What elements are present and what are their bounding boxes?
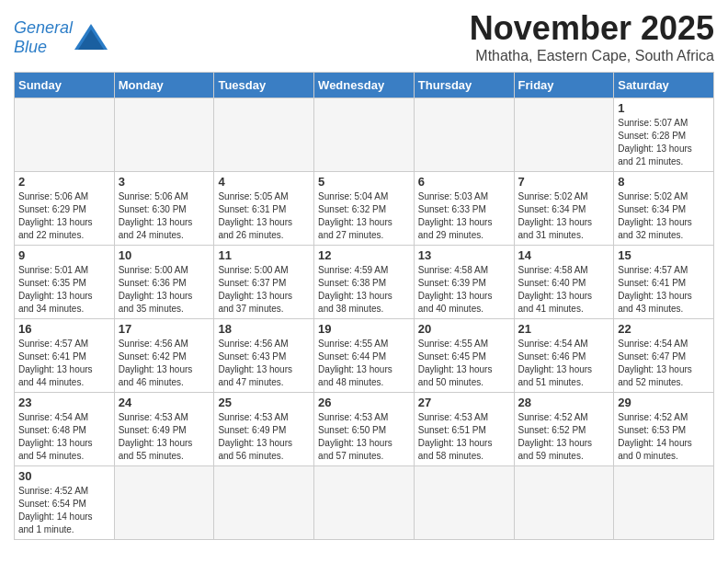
day-info: Sunrise: 5:06 AM Sunset: 6:30 PM Dayligh… <box>119 190 210 242</box>
day-info: Sunrise: 4:54 AM Sunset: 6:48 PM Dayligh… <box>18 411 110 463</box>
calendar-cell: 7Sunrise: 5:02 AM Sunset: 6:34 PM Daylig… <box>514 172 614 246</box>
calendar-cell: 16Sunrise: 4:57 AM Sunset: 6:41 PM Dayli… <box>15 319 115 393</box>
day-number: 3 <box>119 175 210 189</box>
calendar-week-row: 2Sunrise: 5:06 AM Sunset: 6:29 PM Daylig… <box>15 172 714 246</box>
day-number: 15 <box>618 248 710 262</box>
day-info: Sunrise: 5:07 AM Sunset: 6:28 PM Dayligh… <box>618 117 710 168</box>
day-number: 30 <box>18 469 110 483</box>
day-number: 26 <box>318 396 410 409</box>
calendar-cell: 6Sunrise: 5:03 AM Sunset: 6:33 PM Daylig… <box>414 172 514 246</box>
calendar-cell <box>214 98 314 172</box>
day-number: 25 <box>218 396 310 409</box>
calendar-cell <box>314 466 415 540</box>
day-info: Sunrise: 5:05 AM Sunset: 6:31 PM Dayligh… <box>218 190 310 242</box>
day-info: Sunrise: 4:59 AM Sunset: 6:38 PM Dayligh… <box>318 264 410 316</box>
day-number: 27 <box>418 396 510 409</box>
weekday-header-tuesday: Tuesday <box>214 73 314 98</box>
calendar-cell: 14Sunrise: 4:58 AM Sunset: 6:40 PM Dayli… <box>514 246 614 319</box>
day-info: Sunrise: 5:06 AM Sunset: 6:29 PM Dayligh… <box>18 190 110 242</box>
day-info: Sunrise: 4:52 AM Sunset: 6:54 PM Dayligh… <box>18 485 110 536</box>
day-number: 28 <box>518 396 610 409</box>
calendar-cell: 26Sunrise: 4:53 AM Sunset: 6:50 PM Dayli… <box>314 393 415 466</box>
day-number: 4 <box>218 175 310 189</box>
calendar-cell <box>614 466 714 540</box>
calendar-cell: 2Sunrise: 5:06 AM Sunset: 6:29 PM Daylig… <box>15 172 115 246</box>
weekday-header-thursday: Thursday <box>414 73 514 98</box>
day-info: Sunrise: 5:03 AM Sunset: 6:33 PM Dayligh… <box>418 190 510 242</box>
day-info: Sunrise: 5:04 AM Sunset: 6:32 PM Dayligh… <box>318 190 410 242</box>
day-number: 19 <box>318 322 410 336</box>
weekday-header-wednesday: Wednesday <box>314 73 415 98</box>
day-number: 12 <box>318 248 410 262</box>
calendar-cell: 18Sunrise: 4:56 AM Sunset: 6:43 PM Dayli… <box>214 319 314 393</box>
logo-blue: Blue <box>14 38 47 56</box>
day-info: Sunrise: 5:00 AM Sunset: 6:36 PM Dayligh… <box>119 264 210 316</box>
weekday-header-friday: Friday <box>514 73 614 98</box>
day-info: Sunrise: 4:54 AM Sunset: 6:46 PM Dayligh… <box>518 338 610 389</box>
day-info: Sunrise: 4:53 AM Sunset: 6:51 PM Dayligh… <box>418 411 510 463</box>
day-info: Sunrise: 4:53 AM Sunset: 6:49 PM Dayligh… <box>218 411 310 463</box>
day-number: 13 <box>418 248 510 262</box>
day-info: Sunrise: 4:57 AM Sunset: 6:41 PM Dayligh… <box>18 338 110 389</box>
month-title: November 2025 <box>470 9 714 48</box>
day-number: 20 <box>418 322 510 336</box>
day-info: Sunrise: 5:02 AM Sunset: 6:34 PM Dayligh… <box>518 190 610 242</box>
logo-text: General <box>14 18 73 37</box>
day-number: 2 <box>18 175 110 189</box>
calendar-cell: 11Sunrise: 5:00 AM Sunset: 6:37 PM Dayli… <box>214 246 314 319</box>
calendar-week-row: 16Sunrise: 4:57 AM Sunset: 6:41 PM Dayli… <box>15 319 714 393</box>
calendar-cell <box>314 98 415 172</box>
calendar-cell <box>15 98 115 172</box>
day-number: 17 <box>119 322 210 336</box>
day-info: Sunrise: 4:56 AM Sunset: 6:42 PM Dayligh… <box>119 338 210 389</box>
calendar-cell: 10Sunrise: 5:00 AM Sunset: 6:36 PM Dayli… <box>114 246 214 319</box>
calendar-cell: 20Sunrise: 4:55 AM Sunset: 6:45 PM Dayli… <box>414 319 514 393</box>
day-number: 6 <box>418 175 510 189</box>
page-header: General Blue November 2025 Mthatha, East… <box>14 9 714 64</box>
day-number: 16 <box>18 322 110 336</box>
day-number: 11 <box>218 248 310 262</box>
logo-icon <box>74 24 108 50</box>
title-section: November 2025 Mthatha, Eastern Cape, Sou… <box>470 9 714 64</box>
day-number: 8 <box>618 175 710 189</box>
day-info: Sunrise: 4:57 AM Sunset: 6:41 PM Dayligh… <box>618 264 710 316</box>
location-title: Mthatha, Eastern Cape, South Africa <box>470 48 714 64</box>
weekday-header-saturday: Saturday <box>614 73 714 98</box>
calendar-table: SundayMondayTuesdayWednesdayThursdayFrid… <box>14 72 714 540</box>
calendar-cell: 12Sunrise: 4:59 AM Sunset: 6:38 PM Dayli… <box>314 246 415 319</box>
calendar-cell: 8Sunrise: 5:02 AM Sunset: 6:34 PM Daylig… <box>614 172 714 246</box>
day-number: 9 <box>18 248 110 262</box>
day-info: Sunrise: 4:52 AM Sunset: 6:53 PM Dayligh… <box>618 411 710 463</box>
calendar-week-row: 30Sunrise: 4:52 AM Sunset: 6:54 PM Dayli… <box>15 466 714 540</box>
calendar-week-row: 1Sunrise: 5:07 AM Sunset: 6:28 PM Daylig… <box>15 98 714 172</box>
calendar-cell: 27Sunrise: 4:53 AM Sunset: 6:51 PM Dayli… <box>414 393 514 466</box>
calendar-cell: 19Sunrise: 4:55 AM Sunset: 6:44 PM Dayli… <box>314 319 415 393</box>
calendar-cell <box>514 98 614 172</box>
day-info: Sunrise: 4:52 AM Sunset: 6:52 PM Dayligh… <box>518 411 610 463</box>
calendar-cell <box>114 466 214 540</box>
calendar-cell: 21Sunrise: 4:54 AM Sunset: 6:46 PM Dayli… <box>514 319 614 393</box>
day-info: Sunrise: 5:01 AM Sunset: 6:35 PM Dayligh… <box>18 264 110 316</box>
day-info: Sunrise: 4:58 AM Sunset: 6:40 PM Dayligh… <box>518 264 610 316</box>
calendar-cell: 3Sunrise: 5:06 AM Sunset: 6:30 PM Daylig… <box>114 172 214 246</box>
weekday-header-monday: Monday <box>114 73 214 98</box>
day-number: 10 <box>119 248 210 262</box>
day-number: 18 <box>218 322 310 336</box>
day-number: 5 <box>318 175 410 189</box>
day-info: Sunrise: 4:58 AM Sunset: 6:39 PM Dayligh… <box>418 264 510 316</box>
calendar-cell: 28Sunrise: 4:52 AM Sunset: 6:52 PM Dayli… <box>514 393 614 466</box>
calendar-header-row: SundayMondayTuesdayWednesdayThursdayFrid… <box>15 73 714 98</box>
day-info: Sunrise: 4:55 AM Sunset: 6:45 PM Dayligh… <box>418 338 510 389</box>
day-number: 14 <box>518 248 610 262</box>
day-info: Sunrise: 4:56 AM Sunset: 6:43 PM Dayligh… <box>218 338 310 389</box>
calendar-cell: 29Sunrise: 4:52 AM Sunset: 6:53 PM Dayli… <box>614 393 714 466</box>
day-number: 23 <box>18 396 110 409</box>
calendar-cell: 24Sunrise: 4:53 AM Sunset: 6:49 PM Dayli… <box>114 393 214 466</box>
calendar-cell <box>514 466 614 540</box>
calendar-cell: 22Sunrise: 4:54 AM Sunset: 6:47 PM Dayli… <box>614 319 714 393</box>
calendar-cell <box>414 466 514 540</box>
day-info: Sunrise: 4:55 AM Sunset: 6:44 PM Dayligh… <box>318 338 410 389</box>
day-number: 7 <box>518 175 610 189</box>
day-number: 21 <box>518 322 610 336</box>
calendar-cell: 23Sunrise: 4:54 AM Sunset: 6:48 PM Dayli… <box>15 393 115 466</box>
